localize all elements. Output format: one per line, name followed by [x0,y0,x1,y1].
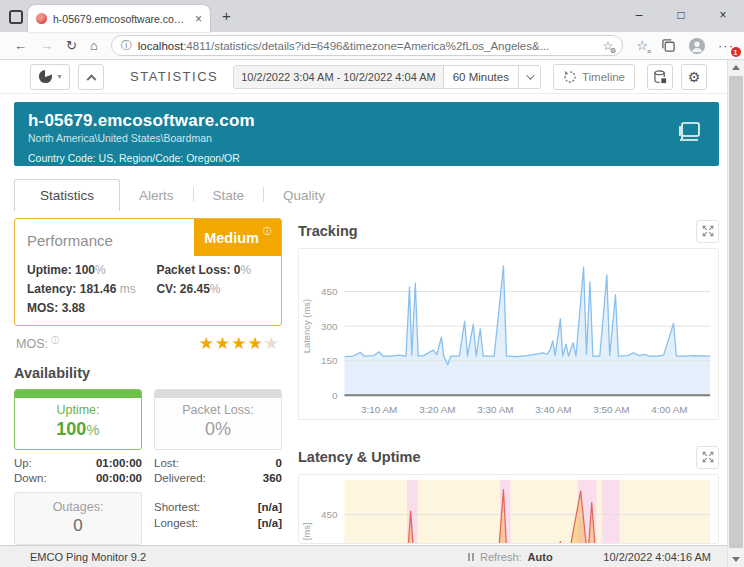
metric-latency: Latency: 181.46 ms [27,282,156,296]
tracking-expand-button[interactable] [696,220,719,243]
home-icon[interactable]: ⌂ [90,39,98,52]
tab-statistics[interactable]: Statistics [14,179,120,211]
host-location: North America\United States\Boardman [28,132,705,144]
tab-state[interactable]: State [194,180,264,211]
export-report-button[interactable] [647,64,673,90]
url-text: localhost:4811/statistics/details?id=649… [138,40,549,52]
outage-row: Outages: 0 Shortest:[n/a] Longest:[n/a] [14,492,282,545]
collapse-button[interactable] [78,64,104,90]
window-controls: – □ × [618,0,744,30]
interval-dropdown-button[interactable] [518,66,540,88]
site-info-icon[interactable]: ⓘ [121,38,132,53]
stat-shortest: Shortest:[n/a] [154,501,282,513]
tracking-header: Tracking [298,218,719,244]
stat-up: Up:01:00:00 [14,457,142,469]
svg-text:3:50 AM: 3:50 AM [593,404,629,415]
url-host: localhost [138,40,183,52]
uptime-strip [15,390,141,398]
date-range-group: 10/2/2022 3:04 AM - 10/2/2022 4:04 AM 60… [233,65,541,89]
scrollbar-thumb[interactable] [729,76,743,548]
expand-icon [702,225,714,237]
minimize-button[interactable]: – [618,0,660,30]
browser-menu-icon[interactable]: ···1 [718,38,734,53]
status-bar: EMCO Ping Monitor 9.2 Refresh: Auto 10/2… [0,545,727,567]
info-icon[interactable]: ⓘ [51,335,59,346]
stat-delivered: Delivered:360 [154,472,282,484]
refresh-value: Auto [528,551,553,563]
site-favicon-icon [36,13,47,24]
svg-text:450: 450 [321,286,338,297]
settings-button[interactable]: ⚙ [681,64,707,90]
metric-cv: CV: 26.45% [156,282,269,296]
availability-boxes: Uptime: 100% Packet Loss: 0% [14,389,282,450]
mos-label: MOS: [16,337,48,351]
tab-alerts[interactable]: Alerts [120,180,193,211]
svg-text:0: 0 [332,390,338,401]
tab-actions-icon[interactable] [9,10,23,24]
latency-uptime-header: Latency & Uptime [298,444,719,470]
info-icon[interactable]: ⓘ [263,226,271,237]
refresh-control[interactable]: Refresh: Auto [468,551,553,563]
outages-box: Outages: 0 [14,492,142,545]
svg-text:450: 450 [321,509,338,520]
date-range-field[interactable]: 10/2/2022 3:04 AM - 10/2/2022 4:04 AM [234,66,442,88]
current-timestamp: 10/2/2022 4:04:16 AM [603,551,711,563]
new-tab-button[interactable]: + [222,7,231,24]
page-scrollbar[interactable] [727,60,744,567]
add-favorite-icon[interactable]: ☆⚙ [603,39,614,53]
performance-badge: Mediumⓘ [194,219,281,256]
browser-tab[interactable]: h-05679.emcosoftware.com - Sta × [28,5,210,32]
tab-quality[interactable]: Quality [264,180,344,211]
app-name: EMCO Ping Monitor 9.2 [30,551,146,563]
scroll-up-button[interactable] [728,60,744,75]
browser-viewport: ▾ STATISTICS 10/2/2022 3:04 AM - 10/2/20… [0,60,744,567]
favorites-bar-icon[interactable]: ☆≡ [636,38,648,53]
scroll-down-button[interactable] [728,552,744,567]
tracking-chart-box: 01503004503:10 AM3:20 AM3:30 AM3:40 AM3:… [298,248,719,420]
metric-mos: MOS: 3.88 [27,301,156,315]
timeline-label: Timeline [582,71,625,83]
svg-text:Latency (ms): Latency (ms) [302,299,312,353]
tracking-chart: 01503004503:10 AM3:20 AM3:30 AM3:40 AM3:… [299,249,718,419]
refresh-label: Refresh: [480,551,522,563]
svg-text:150: 150 [321,355,338,366]
host-header: h-05679.emcosoftware.com North America\U… [14,102,719,166]
address-bar[interactable]: ⓘ localhost:4811/statistics/details?id=6… [111,35,624,56]
outage-durations: Shortest:[n/a] Longest:[n/a] [154,492,282,545]
pie-chart-icon [38,69,53,84]
chevron-down-icon: ▾ [57,72,61,81]
svg-text:3:10 AM: 3:10 AM [361,404,397,415]
close-button[interactable]: × [702,0,744,30]
timeline-button[interactable]: Timeline [553,64,635,90]
back-icon[interactable]: ← [14,39,27,52]
pause-icon[interactable] [468,553,474,561]
latency-uptime-chart: 300450Latency [ms] [299,475,718,544]
collections-icon[interactable] [661,38,676,53]
view-selector-button[interactable]: ▾ [30,64,70,90]
forward-icon: → [40,39,53,52]
chevron-up-icon [86,74,96,84]
interval-select[interactable]: 60 Minutes [443,66,518,88]
maximize-button[interactable]: □ [660,0,702,30]
stat-lost: Lost:0 [154,457,282,469]
tab-close-icon[interactable]: × [195,12,202,26]
right-column: Tracking 01503004503:10 AM3:20 AM3:30 AM… [298,218,719,545]
browser-window: h-05679.emcosoftware.com - Sta × + – □ ×… [0,0,744,567]
monitor-icon [677,120,703,146]
url-path: :4811/statistics/details?id=6496&timezon… [183,40,549,52]
database-icon [653,70,667,84]
metric-packet-loss: Packet Loss: 0% [156,263,269,277]
stat-down: Down:00:00:00 [14,472,142,484]
profile-avatar[interactable] [689,38,705,54]
latency-uptime-title: Latency & Uptime [298,449,420,465]
triangle-down-icon [732,557,740,562]
latency-uptime-expand-button[interactable] [696,446,719,469]
refresh-icon[interactable]: ↻ [66,39,77,52]
favorite-gear-icon: ⚙ [610,47,616,55]
svg-text:3:40 AM: 3:40 AM [535,404,571,415]
svg-text:300: 300 [321,321,338,332]
metric-uptime: Uptime: 100% [27,263,156,277]
chevron-down-icon [527,71,535,79]
performance-panel: Performance Mediumⓘ Uptime: 100% Packet … [14,218,282,326]
performance-metrics: Uptime: 100% Packet Loss: 0% Latency: 18… [27,263,269,315]
